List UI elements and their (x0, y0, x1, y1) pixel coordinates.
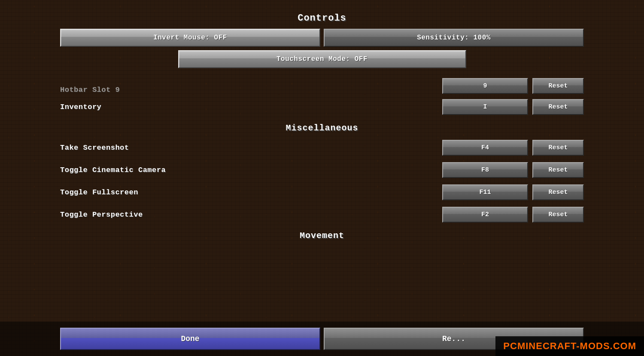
touchscreen-button[interactable]: Touchscreen Mode: OFF (178, 50, 466, 68)
main-container: Controls Invert Mouse: OFF Sensitivity: … (0, 0, 644, 356)
toggle-cinematic-row: Toggle Cinematic Camera F8 Reset (60, 159, 584, 181)
miscellaneous-title: Miscellaneous (60, 118, 584, 136)
take-screenshot-key-button[interactable]: F4 (442, 140, 528, 156)
hotbar-slot9-reset-button[interactable]: Reset (532, 78, 584, 94)
toggle-perspective-reset-button[interactable]: Reset (532, 207, 584, 223)
controls-title: Controls (298, 13, 346, 24)
toggle-fullscreen-key-button[interactable]: F11 (442, 184, 528, 200)
toggle-cinematic-label: Toggle Cinematic Camera (60, 166, 442, 174)
inventory-key-button[interactable]: I (442, 99, 528, 115)
scroll-area: Hotbar Slot 9 9 Reset Inventory I Reset … (60, 73, 584, 356)
top-buttons-row: Invert Mouse: OFF Sensitivity: 100% (60, 29, 584, 47)
toggle-fullscreen-row: Toggle Fullscreen F11 Reset (60, 181, 584, 203)
take-screenshot-label: Take Screenshot (60, 144, 442, 152)
toggle-fullscreen-label: Toggle Fullscreen (60, 188, 442, 196)
inventory-row: Inventory I Reset (60, 96, 584, 118)
hotbar-slot9-key-button[interactable]: 9 (442, 78, 528, 94)
sensitivity-button[interactable]: Sensitivity: 100% (324, 29, 584, 47)
movement-title: Movement (60, 226, 584, 244)
controls-header: Controls (60, 13, 584, 24)
hotbar-slot9-label: Hotbar Slot 9 (60, 86, 442, 94)
scroll-content: Hotbar Slot 9 9 Reset Inventory I Reset … (60, 73, 584, 244)
toggle-perspective-label: Toggle Perspective (60, 211, 442, 219)
inventory-label: Inventory (60, 103, 442, 111)
hotbar-slot9-row: Hotbar Slot 9 9 Reset (60, 73, 584, 96)
toggle-cinematic-reset-button[interactable]: Reset (532, 162, 584, 178)
toggle-cinematic-key-button[interactable]: F8 (442, 162, 528, 178)
take-screenshot-reset-button[interactable]: Reset (532, 140, 584, 156)
toggle-perspective-row: Toggle Perspective F2 Reset (60, 203, 584, 226)
toggle-perspective-key-button[interactable]: F2 (442, 207, 528, 223)
invert-mouse-button[interactable]: Invert Mouse: OFF (60, 29, 320, 47)
toggle-fullscreen-reset-button[interactable]: Reset (532, 184, 584, 200)
take-screenshot-row: Take Screenshot F4 Reset (60, 136, 584, 159)
inventory-reset-button[interactable]: Reset (532, 99, 584, 115)
touchscreen-row: Touchscreen Mode: OFF (178, 50, 466, 68)
